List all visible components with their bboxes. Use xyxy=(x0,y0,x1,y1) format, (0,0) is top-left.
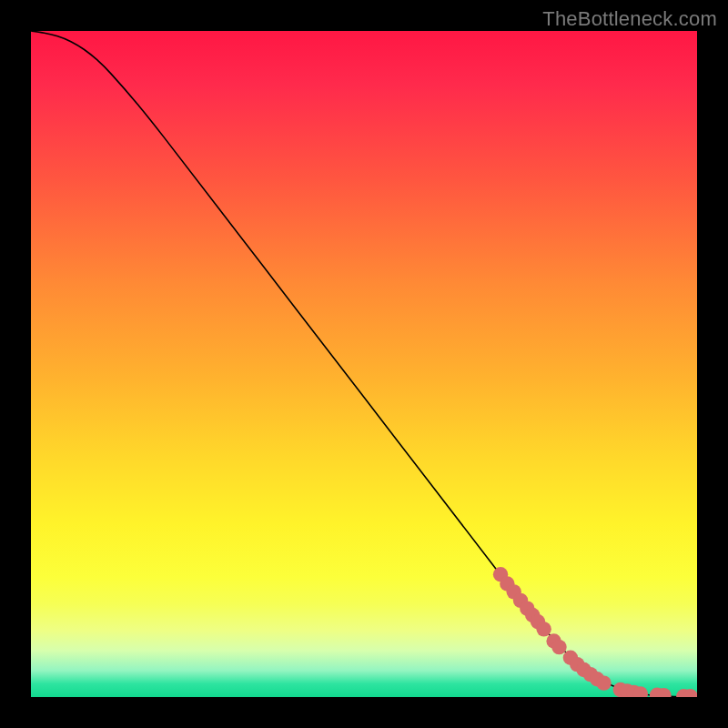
plot-area xyxy=(31,31,697,697)
attribution-label: TheBottleneck.com xyxy=(542,7,717,31)
bottleneck-curve xyxy=(31,31,697,697)
chart-frame: TheBottleneck.com xyxy=(0,0,728,728)
data-marker xyxy=(596,675,611,690)
data-marker xyxy=(536,622,551,636)
chart-overlay xyxy=(31,31,697,697)
data-marker xyxy=(551,640,566,654)
data-markers xyxy=(493,567,697,697)
